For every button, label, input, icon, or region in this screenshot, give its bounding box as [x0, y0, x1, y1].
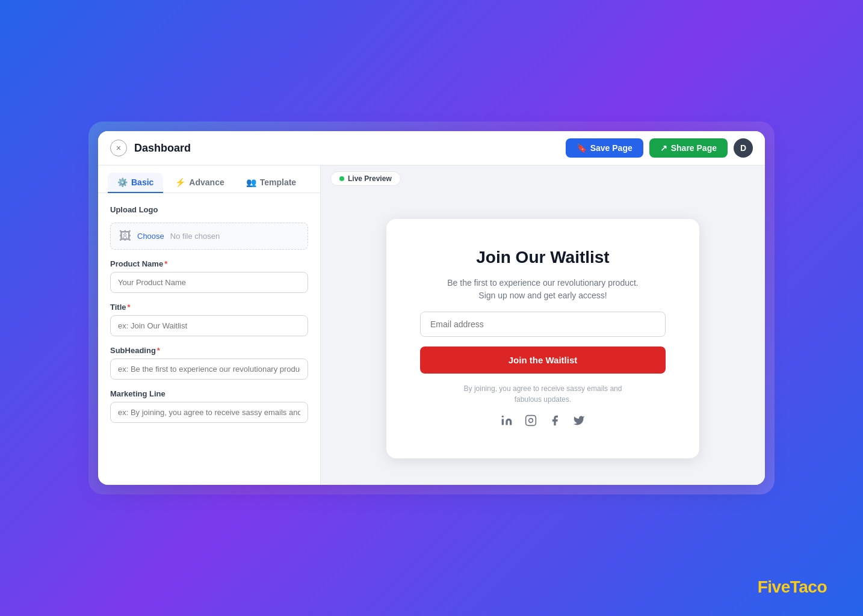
tab-advance[interactable]: ⚡ Advance	[165, 173, 234, 193]
header-actions: 🔖 Save Page ↗ Share Page D	[566, 138, 753, 158]
svg-point-1	[502, 415, 504, 417]
upload-area[interactable]: 🖼 Choose No file chosen	[110, 223, 308, 250]
marketing-label: Marketing Line	[110, 389, 308, 398]
share-page-button[interactable]: ↗ Share Page	[649, 138, 728, 158]
brand-name-part2: Taco	[790, 578, 827, 596]
waitlist-email-input[interactable]	[420, 312, 666, 337]
app-window: × Dashboard 🔖 Save Page ↗ Share Page D	[88, 122, 775, 494]
subheading-label: SubHeading*	[110, 346, 308, 355]
marketing-group: Marketing Line	[110, 389, 308, 423]
dashboard-title: Dashboard	[134, 142, 566, 155]
svg-rect-0	[502, 419, 504, 425]
left-panel: ⚙️ Basic ⚡ Advance 👥 Template	[98, 165, 321, 485]
image-icon: 🖼	[119, 229, 131, 243]
avatar[interactable]: D	[734, 138, 753, 158]
header: × Dashboard 🔖 Save Page ↗ Share Page D	[98, 131, 765, 165]
marketing-input[interactable]	[110, 402, 308, 423]
instagram-icon[interactable]	[525, 414, 537, 430]
choose-file-button[interactable]: Choose	[137, 232, 164, 241]
brand-name-part1: Five	[758, 578, 790, 596]
right-panel: Live Preview Join Our Waitlist Be the fi…	[321, 165, 765, 485]
close-button[interactable]: ×	[110, 140, 127, 156]
product-name-group: Product Name*	[110, 259, 308, 293]
gear-icon: ⚙️	[117, 177, 128, 187]
waitlist-subtitle: Be the first to experience our revolutio…	[447, 277, 639, 302]
bookmark-icon: 🔖	[577, 143, 587, 153]
waitlist-title: Join Our Waitlist	[476, 248, 609, 267]
lightning-icon: ⚡	[175, 177, 185, 187]
social-icons	[501, 414, 585, 430]
upload-logo-group: Upload Logo 🖼 Choose No file chosen	[110, 205, 308, 250]
linkedin-icon[interactable]	[501, 414, 513, 430]
preview-bar: Live Preview	[321, 165, 765, 192]
dashboard-card: × Dashboard 🔖 Save Page ↗ Share Page D	[98, 131, 765, 485]
share-icon: ↗	[660, 143, 667, 153]
tab-basic[interactable]: ⚙️ Basic	[108, 173, 163, 193]
no-file-label: No file chosen	[170, 232, 220, 241]
twitter-icon[interactable]	[573, 414, 585, 430]
facebook-icon[interactable]	[549, 414, 561, 430]
subheading-input[interactable]	[110, 359, 308, 380]
brand-footer: FiveTaco	[758, 578, 827, 597]
waitlist-card: Join Our Waitlist Be the first to experi…	[386, 219, 699, 458]
save-page-button[interactable]: 🔖 Save Page	[566, 138, 643, 158]
product-name-label: Product Name*	[110, 259, 308, 268]
live-indicator	[339, 176, 344, 181]
preview-content: Join Our Waitlist Be the first to experi…	[321, 192, 765, 485]
upload-logo-label: Upload Logo	[110, 205, 308, 214]
main-content: ⚙️ Basic ⚡ Advance 👥 Template	[98, 165, 765, 485]
title-input[interactable]	[110, 315, 308, 336]
waitlist-join-button[interactable]: Join the Waitlist	[420, 346, 666, 374]
form-section: Upload Logo 🖼 Choose No file chosen Prod…	[98, 193, 320, 435]
title-group: Title*	[110, 303, 308, 336]
subheading-group: SubHeading*	[110, 346, 308, 380]
tab-template[interactable]: 👥 Template	[237, 173, 306, 193]
product-name-input[interactable]	[110, 272, 308, 293]
people-icon: 👥	[246, 177, 256, 187]
live-preview-badge: Live Preview	[330, 171, 401, 186]
svg-rect-2	[526, 415, 536, 425]
waitlist-disclaimer: By joining, you agree to receive sassy e…	[464, 383, 622, 405]
title-label: Title*	[110, 303, 308, 312]
tabs: ⚙️ Basic ⚡ Advance 👥 Template	[98, 165, 320, 193]
